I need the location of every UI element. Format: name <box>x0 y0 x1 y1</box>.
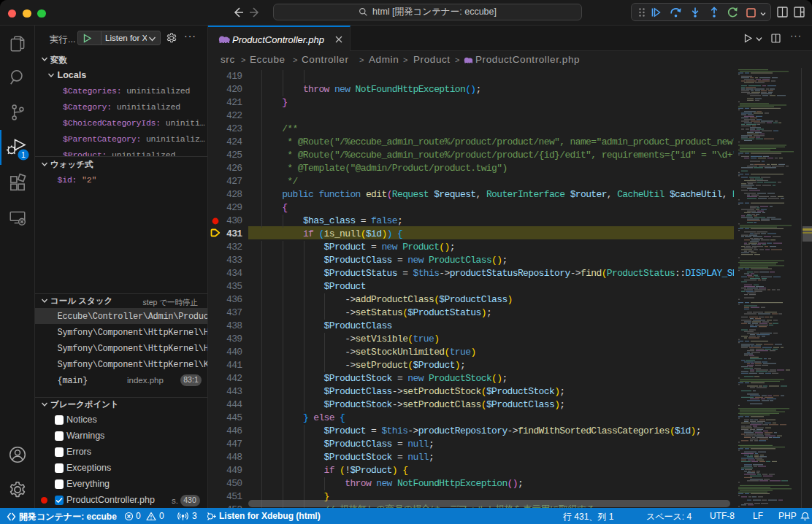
svg-text:1: 1 <box>21 150 26 159</box>
